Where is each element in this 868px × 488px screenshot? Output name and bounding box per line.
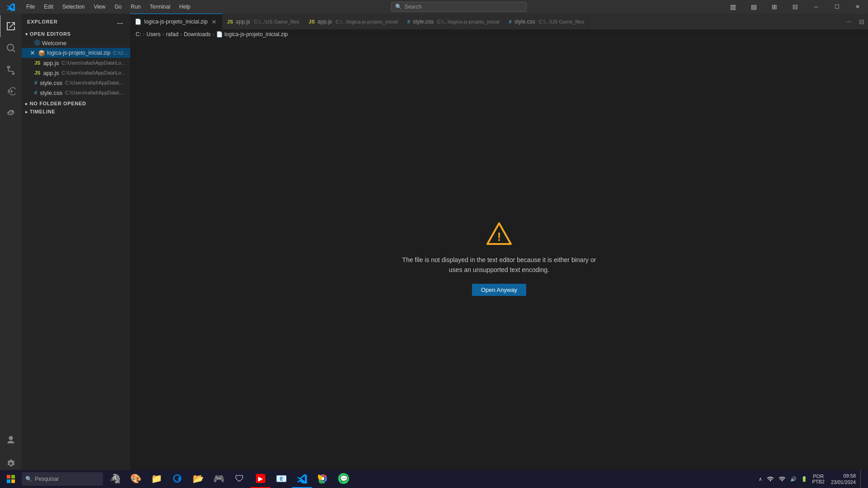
taskbar-apps: 🦓 🎨 📁 📂 🎮 🛡 ▶ 📧 💬	[105, 470, 755, 488]
title-search-box[interactable]: 🔍 Search	[391, 2, 527, 12]
js-icon: JS	[309, 19, 315, 24]
file-label: style.css	[40, 80, 62, 86]
breadcrumb-item[interactable]: C:	[136, 31, 141, 38]
chrome-taskbar-app[interactable]	[313, 470, 333, 488]
layout-toggle-4[interactable]: ⊟	[785, 0, 806, 14]
layout-toggle-3[interactable]: ⊞	[764, 0, 785, 14]
tab-appjs-1[interactable]: JS app.js C:\...\US Game_files	[222, 14, 304, 29]
menu-selection[interactable]: Selection	[58, 0, 89, 14]
menu-view[interactable]: View	[89, 0, 110, 14]
editor-area: 📄 logica-js-projeto_inicial.zip ✕ JS app…	[130, 14, 868, 478]
menu-go[interactable]: Go	[110, 0, 126, 14]
activity-source-control[interactable]	[0, 59, 22, 80]
maximize-button[interactable]: ☐	[826, 0, 847, 14]
sidebar-more-actions[interactable]: …	[116, 17, 125, 26]
vscode-file-icon: ⓪	[34, 39, 40, 47]
breadcrumb-filename: logica-js-projeto_inicial.zip	[224, 31, 288, 38]
tab-appjs-2[interactable]: JS app.js C:\...\logica-js-projeto_inici…	[304, 14, 403, 29]
file-label: app.js	[43, 60, 59, 66]
section-open-editors[interactable]: ▾ Open Editors	[22, 30, 130, 38]
sound-tray-icon[interactable]: 🔊	[788, 470, 798, 488]
section-open-editors-label: Open Editors	[30, 31, 71, 37]
tab-stylecss-1[interactable]: # style.css C:\...\logica-js-projeto_ini…	[403, 14, 505, 29]
section-timeline[interactable]: ▸ Timeline	[22, 108, 130, 116]
close-file-icon[interactable]: ✕	[29, 49, 36, 56]
css-icon: #	[509, 19, 512, 24]
minimize-button[interactable]: ─	[806, 0, 826, 14]
breadcrumb-item-file[interactable]: 📄 logica-js-projeto_inicial.zip	[216, 31, 288, 38]
svg-rect-8	[11, 479, 15, 483]
section-no-folder-label: No Folder Opened	[30, 101, 86, 106]
file-label: logica-js-projeto_inicial.zip	[47, 50, 110, 56]
tab-label: style.css	[413, 19, 434, 25]
open-anyway-button[interactable]: Open Anyway	[472, 284, 526, 296]
layout-toggle-2[interactable]: ▤	[743, 0, 764, 14]
breadcrumb: C: › Users › rafad › Downloads › 📄 logic…	[130, 29, 868, 39]
split-editor-button[interactable]: ⊟	[855, 14, 868, 29]
js-file-icon: JS	[34, 70, 40, 75]
activity-search[interactable]	[0, 37, 22, 59]
file-label: style.css	[40, 89, 62, 96]
vscode-taskbar-app[interactable]	[292, 470, 312, 488]
close-button[interactable]: ✕	[847, 0, 868, 14]
battery-tray-icon[interactable]: 🔋	[799, 470, 809, 488]
file-path: C:\Users\rafad\AppData\…	[65, 90, 124, 95]
tab-zip-file[interactable]: 📄 logica-js-projeto_inicial.zip ✕	[130, 14, 222, 29]
breadcrumb-separator: ›	[212, 31, 214, 38]
xbox-taskbar-app[interactable]: 🎮	[209, 470, 229, 488]
svg-line-1	[13, 50, 15, 52]
youtube-taskbar-app[interactable]: ▶	[250, 470, 270, 488]
account-icon[interactable]	[0, 429, 22, 451]
section-no-folder[interactable]: ▸ No Folder Opened	[22, 99, 130, 108]
menu-help[interactable]: Help	[175, 0, 195, 14]
taskbar-search[interactable]: 🔍 Pesquisar	[22, 472, 103, 486]
language-label: POR	[813, 474, 824, 479]
list-item[interactable]: JS app.js C:\Users\rafad\AppData\Lo…	[22, 68, 130, 78]
breadcrumb-item[interactable]: Users	[146, 31, 160, 38]
activity-run-debug[interactable]	[0, 80, 22, 102]
network-tray-icon[interactable]	[765, 470, 776, 488]
language-keyboard[interactable]: POR PTB2	[810, 470, 826, 488]
activity-explorer[interactable]	[0, 15, 21, 37]
breadcrumb-item[interactable]: rafad	[166, 31, 178, 38]
start-button[interactable]	[2, 470, 20, 488]
menu-run[interactable]: Run	[126, 0, 145, 14]
breadcrumb-item[interactable]: Downloads	[184, 31, 211, 38]
files-taskbar-app[interactable]: 📁	[146, 470, 166, 488]
taskbar-right: ∧ 🔊 🔋 POR PTB2 09:58 23/01/2024	[757, 470, 866, 488]
list-item[interactable]: # style.css C:\Users\rafad\AppData\…	[22, 88, 130, 98]
system-tray-arrow[interactable]: ∧	[757, 470, 764, 488]
list-item[interactable]: JS app.js C:\Users\rafad\AppData\Lo…	[22, 58, 130, 68]
menu-terminal[interactable]: Terminal	[145, 0, 175, 14]
folder-taskbar-app[interactable]: 📂	[188, 470, 208, 488]
file-path: C:\Users\rafad\AppData\Lo…	[61, 70, 126, 75]
mail-taskbar-app[interactable]: 📧	[271, 470, 291, 488]
css-file-icon: #	[34, 90, 37, 95]
taskbar: 🔍 Pesquisar 🦓 🎨 📁 📂 🎮 🛡 ▶ 📧 💬 ∧	[0, 470, 868, 488]
taskbar-clock[interactable]: 09:58 23/01/2024	[827, 473, 859, 486]
list-item[interactable]: ✕ 📦 logica-js-projeto_inicial.zip C:\U…	[22, 48, 130, 58]
tab-stylecss-2[interactable]: # style.css C:\...\US Game_files	[505, 14, 589, 29]
editor-content: ! The file is not displayed in the text …	[130, 39, 868, 478]
activity-extensions[interactable]	[0, 102, 22, 124]
edge-taskbar-app[interactable]	[167, 470, 187, 488]
svg-rect-7	[7, 479, 10, 483]
whatsapp-taskbar-app[interactable]: 💬	[334, 470, 354, 488]
layout-toggle-1[interactable]: ▥	[722, 0, 743, 14]
wifi-tray-icon[interactable]	[777, 470, 788, 488]
tab-close-button[interactable]: ✕	[210, 18, 217, 25]
time-label: 09:58	[843, 473, 856, 479]
menu-edit[interactable]: Edit	[39, 0, 58, 14]
show-desktop-button[interactable]	[860, 470, 864, 488]
tab-path: C:\...\US Game_files	[254, 19, 299, 24]
list-item[interactable]: # style.css C:\Users\rafad\AppData\…	[22, 78, 130, 88]
tab-path: C:\...\logica-js-projeto_inicial	[335, 19, 398, 24]
menu-file[interactable]: File	[22, 0, 39, 14]
color-taskbar-app[interactable]: 🎨	[126, 470, 146, 488]
tab-overflow-button[interactable]: ···	[842, 14, 855, 29]
list-item[interactable]: ⓪ Welcome	[22, 38, 130, 48]
antivirus-taskbar-app[interactable]: 🛡	[230, 470, 250, 488]
zebra-taskbar-app[interactable]: 🦓	[105, 470, 125, 488]
tab-label: app.js	[236, 19, 250, 25]
file-label: app.js	[43, 70, 59, 76]
